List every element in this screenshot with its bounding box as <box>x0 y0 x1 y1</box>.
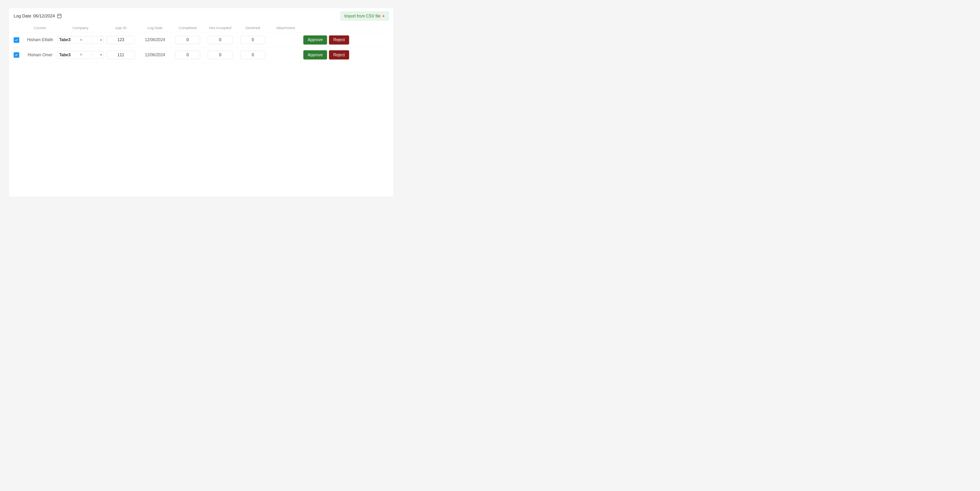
app-id-cell-2 <box>104 51 138 59</box>
log-date-value: 06/12/2024 <box>33 14 55 19</box>
col-header-attachment: Attachment <box>268 26 302 30</box>
declined-input-2[interactable] <box>240 51 265 59</box>
row-checkbox-2[interactable] <box>14 52 19 57</box>
col-header-checkbox <box>14 26 23 30</box>
header-row: Log Date 06/12/2024 Import from CSV file… <box>14 12 389 21</box>
company-chevron-icon-1[interactable]: ▾ <box>100 38 102 42</box>
not-accepted-cell-1 <box>203 36 237 44</box>
not-accepted-input-2[interactable] <box>208 51 233 59</box>
plus-icon: + <box>382 14 385 19</box>
col-header-appid: App ID <box>104 26 138 30</box>
company-select-2[interactable]: Tabe3 ✕ ▾ <box>57 51 104 59</box>
table-header: Courier Company App ID Log Date Complete… <box>14 24 389 32</box>
not-accepted-input-1[interactable] <box>208 36 233 44</box>
approve-button-2[interactable]: Approve <box>303 50 327 60</box>
company-value-1: Tabe3 <box>59 38 70 42</box>
company-clear-icon-2[interactable]: ✕ <box>80 53 82 57</box>
app-id-cell-1 <box>104 36 138 44</box>
log-date-cell-2: 12/06/2024 <box>138 52 172 57</box>
actions-cell-1: Approve Reject <box>302 35 349 45</box>
row-checkbox-1[interactable] <box>14 37 19 43</box>
company-chevron-icon-2[interactable]: ▾ <box>100 53 102 57</box>
col-header-not-accepted: Not Accepted <box>203 26 237 30</box>
approve-button-1[interactable]: Approve <box>303 35 327 45</box>
table-row: Hisham Omer Tabe3 ✕ ▾ 12/06/2024 <box>14 47 389 62</box>
completed-input-1[interactable] <box>175 36 200 44</box>
completed-input-2[interactable] <box>175 51 200 59</box>
col-header-completed: Completed <box>172 26 203 30</box>
import-button-label: Import from CSV file <box>344 14 381 18</box>
reject-button-2[interactable]: Reject <box>329 50 349 60</box>
log-date-cell-1: 12/06/2024 <box>138 38 172 42</box>
completed-cell-1 <box>172 36 203 44</box>
svg-rect-0 <box>57 14 61 18</box>
reject-button-1[interactable]: Reject <box>329 35 349 45</box>
not-accepted-cell-2 <box>203 51 237 59</box>
checkbox-cell-2 <box>14 52 23 57</box>
company-value-2: Tabe3 <box>59 52 70 57</box>
log-date-label: Log Date <box>14 14 31 19</box>
col-header-declined: Declined <box>237 26 268 30</box>
company-clear-icon-1[interactable]: ✕ <box>80 38 82 42</box>
calendar-icon[interactable] <box>57 13 62 19</box>
col-header-company: Company <box>57 26 104 30</box>
col-header-logdate: Log Date <box>138 26 172 30</box>
table-row: Hisham Elfatih Tabe3 ✕ ▾ 12/06/2024 <box>14 33 389 47</box>
company-select-1[interactable]: Tabe3 ✕ ▾ <box>57 36 104 44</box>
declined-input-1[interactable] <box>240 36 265 44</box>
col-header-courier: Courier <box>23 26 57 30</box>
courier-name-2: Hisham Omer <box>23 52 57 57</box>
data-table: Courier Company App ID Log Date Complete… <box>14 24 389 62</box>
checkbox-cell-1 <box>14 37 23 43</box>
courier-name-1: Hisham Elfatih <box>23 38 57 42</box>
page-container: Log Date 06/12/2024 Import from CSV file… <box>9 8 394 197</box>
declined-cell-1 <box>237 36 268 44</box>
import-csv-button[interactable]: Import from CSV file + <box>341 12 389 21</box>
app-id-input-2[interactable] <box>107 51 135 59</box>
actions-cell-2: Approve Reject <box>302 50 349 60</box>
completed-cell-2 <box>172 51 203 59</box>
log-date-section: Log Date 06/12/2024 <box>14 13 62 19</box>
declined-cell-2 <box>237 51 268 59</box>
col-header-actions <box>302 26 349 30</box>
app-id-input-1[interactable] <box>107 36 135 44</box>
